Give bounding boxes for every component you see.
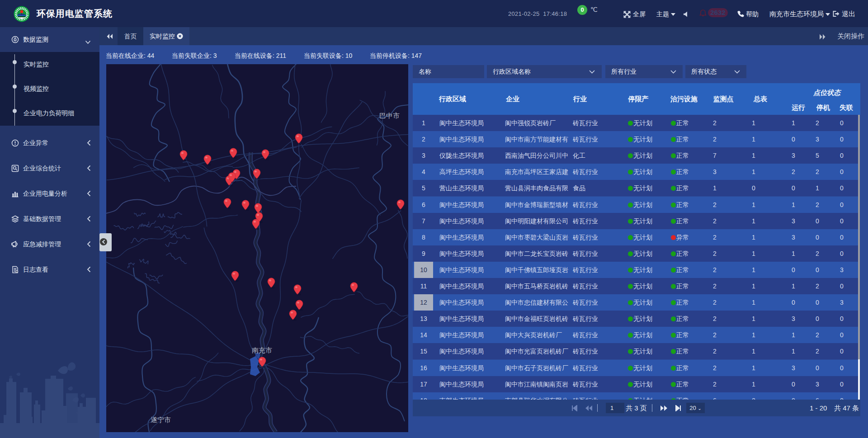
svg-text:巴中市: 巴中市 — [379, 112, 400, 119]
svg-text:遂宁市: 遂宁市 — [151, 416, 171, 424]
svg-text:南充市: 南充市 — [252, 346, 272, 354]
